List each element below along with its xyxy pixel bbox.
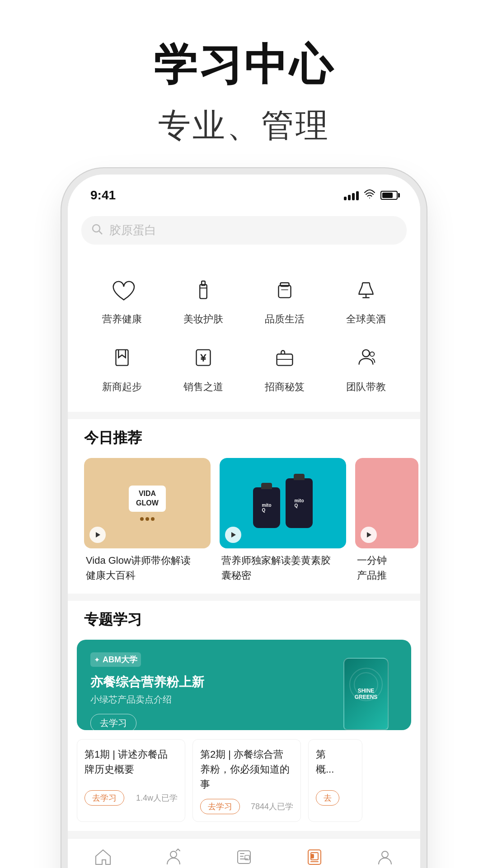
mine-nav-icon: [374, 846, 396, 868]
specialty-banner[interactable]: ✦ ABM大学 亦餐综合营养粉上新 小绿芯产品卖点介绍 去学习 SHINEGRE…: [77, 640, 411, 730]
svg-marker-18: [231, 532, 236, 538]
status-icons: [344, 189, 398, 201]
category-label-lifestyle: 品质生活: [265, 312, 305, 326]
recommend-card-mitoq[interactable]: mitoQ mitoQ 营养师独家解读姜黄素胶囊秘密: [220, 458, 346, 583]
nav-item-mine[interactable]: 我的: [350, 846, 420, 868]
category-item-newbiz[interactable]: 新商起步: [81, 335, 163, 398]
battery-icon: [380, 191, 398, 200]
sub-card-1[interactable]: 第1期 | 讲述亦餐品牌历史概要 去学习 1.4w人已学: [77, 739, 185, 822]
category-item-sales[interactable]: ¥ 销售之道: [163, 335, 244, 398]
page-header: 学习中心 专业、管理: [154, 0, 334, 147]
specialty-section: 专题学习 ✦ ABM大学 亦餐综合营养粉上新 小绿芯产品卖点介绍 去学习: [68, 601, 420, 831]
svg-rect-21: [238, 851, 250, 863]
category-item-recruit[interactable]: 招商秘笈: [244, 335, 325, 398]
sub-card-count-2: 7844人已学: [251, 801, 293, 812]
materials-nav-icon: [233, 846, 255, 868]
sub-card-3[interactable]: 第概... 去: [308, 739, 362, 822]
signal-icon: [344, 190, 359, 200]
sub-card-2[interactable]: 第2期 | 亦餐综合营养粉，你必须知道的事 去学习 7844人已学: [192, 739, 301, 822]
recommend-text-third: 一分钟产品推: [355, 553, 418, 583]
yuan-icon: ¥: [185, 340, 221, 376]
nav-item-home[interactable]: 首页: [68, 846, 138, 868]
svg-marker-19: [367, 532, 371, 538]
svg-point-15: [362, 350, 369, 357]
sub-card-btn-1[interactable]: 去学习: [84, 790, 124, 806]
search-input-wrapper[interactable]: 胶原蛋白: [81, 216, 407, 245]
home-nav-icon: [92, 846, 114, 868]
member-nav-icon: [162, 846, 185, 868]
category-item-team[interactable]: 团队带教: [325, 335, 407, 398]
category-item-beauty[interactable]: 美妆护肤: [163, 267, 244, 330]
category-item-nutrition[interactable]: 营养健康: [81, 267, 163, 330]
svg-marker-17: [96, 532, 100, 538]
category-grid: 营养健康 美妆护肤 品质生活: [72, 263, 416, 403]
sub-card-title-2: 第2期 | 亦餐综合营养粉，你必须知道的事: [200, 747, 293, 792]
sub-card-title-1: 第1期 | 讲述亦餐品牌历史概要: [84, 747, 178, 783]
recommend-title: 今日推荐: [84, 429, 142, 446]
svg-point-0: [93, 225, 100, 232]
nav-item-member[interactable]: 会员: [138, 846, 209, 868]
recommend-img-third: [355, 458, 418, 548]
category-label-nutrition: 营养健康: [102, 312, 142, 326]
app-content: 胶原蛋白 营养健康 美妆护肤: [68, 207, 420, 868]
sub-card-count-1: 1.4w人已学: [136, 793, 178, 803]
abm-badge: ✦ ABM大学: [90, 652, 398, 667]
search-bar-section: 胶原蛋白: [68, 207, 420, 254]
bookmark-icon: [104, 340, 140, 376]
specialty-title: 专题学习: [84, 611, 142, 627]
page-title: 学习中心: [154, 36, 334, 95]
learning-nav-icon: [303, 846, 326, 868]
category-label-team: 团队带教: [346, 380, 386, 394]
sub-card-title-3: 第概...: [316, 747, 355, 783]
svg-point-27: [382, 851, 388, 858]
status-time: 9:41: [90, 188, 116, 203]
sub-card-btn-2[interactable]: 去学习: [200, 799, 240, 814]
sub-card-footer-2: 去学习 7844人已学: [200, 799, 293, 814]
category-label-wine: 全球美酒: [346, 312, 386, 326]
recommend-card-vida[interactable]: VIDAGLOW Vida Glow讲师带你解读健康大百科: [84, 458, 211, 583]
svg-rect-23: [308, 850, 321, 864]
briefcase-icon: [267, 340, 303, 376]
sub-card-footer-1: 去学习 1.4w人已学: [84, 790, 178, 806]
banner-go-learn-btn[interactable]: 去学习: [90, 714, 136, 730]
play-btn-mitoq[interactable]: [225, 527, 241, 543]
person-group-icon: [348, 340, 384, 376]
bottle-icon: [185, 272, 221, 308]
recommend-img-mitoq: mitoQ mitoQ: [220, 458, 346, 548]
recommend-text-vida: Vida Glow讲师带你解读健康大百科: [84, 553, 211, 583]
recommend-card-third[interactable]: 一分钟产品推: [355, 458, 418, 583]
svg-text:¥: ¥: [200, 353, 206, 363]
recommend-section: 今日推荐 VIDAGLOW: [68, 419, 420, 594]
recommend-text-mitoq: 营养师独家解读姜黄素胶囊秘密: [220, 553, 346, 583]
play-btn-third[interactable]: [361, 527, 377, 543]
mitoq-bottle-2: mitoQ: [286, 478, 313, 528]
bottom-nav: 首页 会员 素材馆 学习: [68, 838, 420, 868]
search-icon: [91, 223, 103, 238]
wine-icon: [348, 272, 384, 308]
recommend-section-header: 今日推荐: [68, 419, 420, 453]
play-btn-vida[interactable]: [89, 527, 106, 543]
svg-rect-5: [278, 285, 291, 297]
jar-icon: [267, 272, 303, 308]
category-label-newbiz: 新商起步: [102, 380, 142, 394]
category-label-sales: 销售之道: [183, 380, 223, 394]
nav-item-learning[interactable]: 学习: [279, 846, 350, 868]
category-item-lifestyle[interactable]: 品质生活: [244, 267, 325, 330]
banner-title: 亦餐综合营养粉上新: [90, 673, 398, 691]
wifi-icon: [364, 189, 375, 201]
sub-card-footer-3: 去: [316, 790, 355, 806]
phone-frame: 9:41: [68, 175, 420, 868]
abm-logo-text: ABM大学: [103, 654, 137, 665]
svg-rect-6: [280, 283, 289, 287]
svg-rect-10: [116, 350, 128, 366]
recommend-img-vida: VIDAGLOW: [84, 458, 211, 548]
sub-cards: 第1期 | 讲述亦餐品牌历史概要 去学习 1.4w人已学 第2期 | 亦餐综合营…: [68, 739, 420, 831]
category-item-wine[interactable]: 全球美酒: [325, 267, 407, 330]
svg-point-16: [370, 352, 375, 356]
recommend-scroll: VIDAGLOW Vida Glow讲师带你解读健康大百科: [68, 453, 420, 594]
nav-item-materials[interactable]: 素材馆: [209, 846, 279, 868]
svg-rect-25: [311, 854, 314, 858]
banner-subtitle: 小绿芯产品卖点介绍: [90, 693, 398, 706]
svg-line-1: [99, 231, 102, 234]
sub-card-btn-3[interactable]: 去: [316, 790, 339, 806]
